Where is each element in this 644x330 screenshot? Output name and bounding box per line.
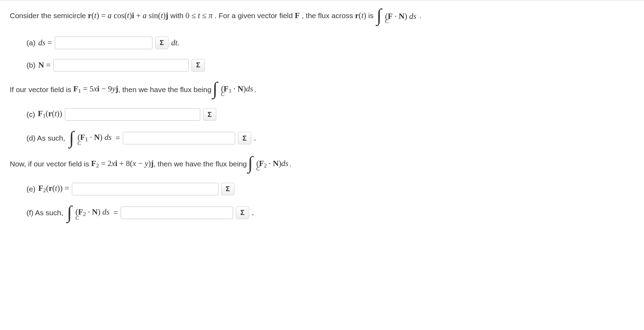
sigma-button-f[interactable]: Σ [236,207,249,219]
intro-text-1: Consider the semicircle [10,12,88,20]
para2-period: . [290,158,292,170]
intro-paragraph: Consider the semicircle r(t) = a cos(t)i… [10,8,634,25]
integral-icon: ∫ [67,205,72,220]
paragraph-f2: Now, if our vector field is F2 = 2xi + 8… [10,156,634,172]
para2-integrand: (F2 · N)ds [256,158,289,170]
part-f-input[interactable] [121,207,233,219]
part-c-lhs: F1(r(t)) [38,109,62,119]
part-f: (f) As such, ∫ C (F2 · N) ds = Σ . [27,205,634,220]
para1-period: . [254,84,256,95]
integral-sub: C [221,90,225,98]
part-a: (a) ds = Σ dt. [27,37,634,49]
para2-prefix: Now, if our vector field is [10,158,89,170]
part-f-label: (f) As such, [27,209,63,217]
part-f-integral: ∫ C (F2 · N) ds [67,205,110,220]
para2-f2eq: F2 = 2xi + 8(x − y)j [89,158,154,170]
part-a-after: dt. [171,38,180,47]
part-c: (c) F1(r(t)) Σ [27,108,634,121]
integral-sub: C [385,17,389,25]
part-d-label: (d) As such, [27,134,65,142]
intro-range: 0 ≤ t ≤ π [186,11,213,20]
part-e-lhs: F2(r(t)) = [38,184,69,194]
integral-sub: C [256,165,260,173]
sigma-button-a[interactable]: Σ [155,37,169,49]
part-d: (d) As such, ∫ C (F1 · N) ds = Σ . [27,130,634,146]
part-d-integrand: (F1 · N) ds [77,133,112,143]
part-b-lhs: N = [38,61,51,70]
part-a-label: (a) [27,39,36,47]
para1-f1eq: F1 = 5xi − 9yj [71,83,118,96]
part-a-lhs: ds = [38,38,52,47]
intro-integral: ∫ C (F · N) ds [377,8,417,25]
intro-period: . [419,12,421,20]
integral-icon: ∫ [377,8,382,23]
intro-rt-eq: r(t) = a cos(t)i + a sin(t)j [88,11,168,20]
part-d-eq: = [115,134,120,143]
part-f-integrand: (F2 · N) ds [75,208,110,218]
part-e-label: (e) [27,185,36,193]
part-b: (b) N = Σ [27,59,634,72]
para2-mid: , then we have the flux being [153,158,247,170]
sigma-button-d[interactable]: Σ [238,132,251,144]
sigma-button-c[interactable]: Σ [203,108,216,121]
para1-integrand: (F1 · N)ds [221,83,253,96]
part-d-period: . [254,134,256,143]
intro-text-is: is [368,12,376,20]
part-d-input[interactable] [123,132,235,144]
intro-text-with: with [170,12,185,20]
paragraph-f1: If our vector field is F1 = 5xi − 9yj , … [10,81,634,98]
para1-integral: ∫ C (F1 · N)ds [212,81,253,98]
part-f-eq: = [113,208,118,217]
part-c-input[interactable] [65,108,200,121]
intro-F: F [295,11,300,20]
sigma-button-e[interactable]: Σ [221,183,234,195]
intro-rt: r(t) [355,11,366,20]
integral-icon: ∫ [212,81,217,96]
para1-mid: , then we have the flux being [118,84,211,95]
integral-sub: C [77,140,81,147]
intro-text-mid2: , the flux across [302,12,355,20]
part-f-period: . [252,208,254,217]
para1-prefix: If our vector field is [10,84,71,95]
part-d-integral: ∫ C (F1 · N) ds [69,130,112,146]
part-c-label: (c) [27,110,35,119]
integral-icon: ∫ [248,156,253,170]
intro-text-mid: . For a given vector field [215,12,295,20]
sigma-button-b[interactable]: Σ [192,59,205,72]
problem-content: Consider the semicircle r(t) = a cos(t)i… [0,0,644,238]
para2-integral: ∫ C (F2 · N)ds [248,156,289,172]
part-e-input[interactable] [72,183,218,195]
integral-icon: ∫ [69,130,74,145]
integral-sub: C [75,215,79,221]
intro-integrand: (F · N) ds [385,10,416,23]
part-b-input[interactable] [53,59,189,72]
part-e: (e) F2(r(t)) = Σ [27,183,634,195]
part-a-input[interactable] [55,37,152,49]
part-b-label: (b) [27,61,36,69]
